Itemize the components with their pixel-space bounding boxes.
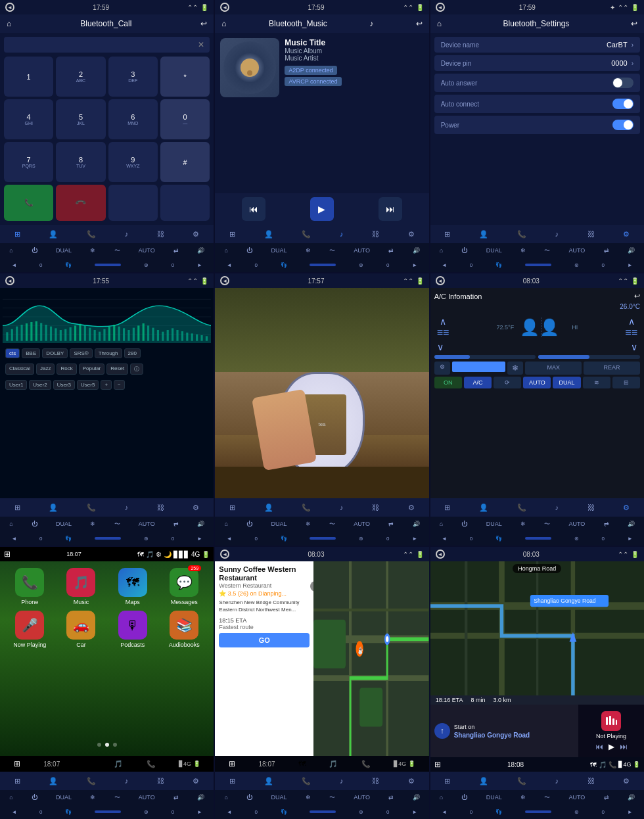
left-arrow-9[interactable]: ◄ — [442, 809, 447, 815]
setting-auto-answer[interactable]: Auto answer — [434, 74, 640, 92]
auto-btn-6[interactable]: AUTO — [568, 521, 585, 527]
carplay-bottom-map[interactable]: 🗺 — [83, 760, 91, 768]
vol-btn-7[interactable]: 🔊 — [197, 794, 204, 801]
play-button[interactable]: ▶ — [310, 197, 334, 221]
back-icon-1[interactable]: ↩ — [200, 19, 207, 28]
eq-preset-280[interactable]: 280 — [124, 348, 141, 358]
dual-btn-5[interactable]: DUAL — [271, 521, 287, 527]
home-climate-3[interactable]: ⌂ — [440, 247, 443, 254]
right-arrow-6[interactable]: ► — [628, 536, 633, 542]
eq-preset-dolby[interactable]: DOLBY — [42, 348, 68, 358]
sync-btn-6[interactable]: ⇄ — [604, 521, 609, 527]
dial-5[interactable]: 5JKL — [56, 99, 105, 139]
home-icon-1[interactable]: ⌂ — [7, 19, 11, 28]
sync-btn-9[interactable]: ⇄ — [604, 794, 609, 801]
home-climate-5[interactable]: ⌂ — [224, 521, 227, 527]
ac-gear-btn[interactable]: ⚙ — [434, 362, 450, 375]
vol-btn-1[interactable]: 🔊 — [197, 247, 204, 254]
carplay-music-8[interactable]: 🎵 — [329, 760, 338, 768]
auto-btn-2[interactable]: AUTO — [354, 247, 370, 254]
dial-2[interactable]: 2ABC — [56, 57, 105, 97]
toggle-auto-answer[interactable] — [612, 78, 633, 88]
ac-slider-right[interactable] — [538, 355, 640, 359]
nav-map-main[interactable]: Hongma Road Shangliao Gongye Road — [430, 561, 644, 695]
power-btn-4[interactable]: ⏻ — [32, 521, 37, 527]
ac-rear-btn[interactable]: REAR — [584, 362, 640, 375]
carplay-home-8[interactable]: ⊞ — [229, 759, 235, 768]
end-call-button[interactable]: 📞 — [56, 185, 105, 221]
ac-btn-5[interactable]: 〜 — [329, 520, 335, 528]
nav-user-7[interactable]: 👤 — [49, 777, 58, 785]
carplay-bottom-music[interactable]: 🎵 — [114, 760, 123, 768]
right-arrow-4[interactable]: ► — [197, 536, 202, 542]
nav-phone-icon-3[interactable]: 📞 — [517, 230, 526, 239]
nav-grid-4[interactable]: ⊞ — [14, 503, 20, 512]
fan-btn-1[interactable]: ❄ — [90, 247, 95, 254]
eq-preset-srs[interactable]: SRS® — [70, 348, 92, 358]
nav-music-6[interactable]: ♪ — [555, 503, 559, 511]
nav-grid-9[interactable]: ⊞ — [444, 777, 450, 785]
nav-settings-7[interactable]: ⚙ — [193, 777, 199, 785]
sync-btn-2[interactable]: ⇄ — [388, 247, 394, 254]
ac-defrost-btn[interactable]: ≋ — [583, 377, 610, 388]
left-arrow-7[interactable]: ◄ — [11, 809, 16, 815]
toggle-power[interactable] — [612, 120, 633, 130]
nav-phone-icon-1[interactable]: 📞 — [87, 230, 96, 239]
fan-btn-9[interactable]: ❄ — [520, 794, 526, 801]
nav-settings-icon-1[interactable]: ⚙ — [193, 230, 199, 239]
fan-down-right-icon[interactable]: ∨ — [631, 342, 637, 352]
eq-add[interactable]: + — [101, 380, 112, 390]
eq-remove[interactable]: − — [114, 380, 125, 390]
nav-grid-7[interactable]: ⊞ — [14, 777, 20, 785]
app-phone[interactable]: 📞 Phone — [7, 568, 53, 605]
vol-btn-2[interactable]: 🔊 — [413, 247, 420, 254]
ac-btn-3[interactable]: 〜 — [544, 246, 550, 255]
back-button-9[interactable]: ◄ — [436, 550, 445, 559]
nav-link-9[interactable]: ⛓ — [587, 777, 595, 785]
fan-btn-4[interactable]: ❄ — [90, 521, 95, 527]
carplay-map-9[interactable]: 🗺 — [590, 761, 597, 768]
nav-user-6[interactable]: 👤 — [479, 503, 488, 512]
nav-user-9[interactable]: 👤 — [479, 777, 488, 785]
ac-btn-8[interactable]: 〜 — [329, 793, 335, 802]
nav-user-icon-3[interactable]: 👤 — [479, 230, 488, 239]
eq-preset-cts[interactable]: cts — [5, 348, 20, 358]
ac-btn-6[interactable]: 〜 — [544, 520, 550, 528]
sync-btn-4[interactable]: ⇄ — [173, 521, 179, 527]
back-button-3[interactable]: ◄ — [436, 3, 445, 12]
nav-settings-6[interactable]: ⚙ — [623, 503, 630, 512]
nav-link-8[interactable]: ⛓ — [372, 777, 379, 785]
nav-settings-8[interactable]: ⚙ — [408, 777, 415, 785]
dial-4[interactable]: 4GHI — [4, 99, 53, 139]
nav-user-8[interactable]: 👤 — [264, 777, 273, 785]
sync-btn-8[interactable]: ⇄ — [388, 794, 394, 801]
note-icon-2[interactable]: ♪ — [369, 19, 373, 28]
power-btn-2[interactable]: ⏻ — [246, 247, 252, 254]
fan-btn-2[interactable]: ❄ — [306, 247, 311, 254]
next-button[interactable]: ⏭ — [379, 197, 402, 221]
home-climate-2[interactable]: ⌂ — [224, 247, 227, 254]
ac-dual-btn[interactable]: DUAL — [553, 377, 580, 388]
dual-btn-7[interactable]: DUAL — [56, 794, 72, 801]
back-button-2[interactable]: ◄ — [220, 3, 229, 12]
sync-btn-1[interactable]: ⇄ — [173, 247, 179, 254]
nav-user-icon-2[interactable]: 👤 — [264, 230, 273, 239]
home-climate-8[interactable]: ⌂ — [224, 794, 227, 801]
setting-device-name[interactable]: Device name CarBT › — [434, 37, 640, 53]
setting-device-pin[interactable]: Device pin 0000 › — [434, 55, 640, 71]
right-arrow-1[interactable]: ► — [197, 262, 202, 268]
home-climate-1[interactable]: ⌂ — [9, 247, 12, 254]
nav-grid-6[interactable]: ⊞ — [444, 503, 450, 512]
back-button-5[interactable]: ◄ — [220, 276, 229, 285]
nav-phone-icon-2[interactable]: 📞 — [302, 230, 311, 239]
carplay-music-icon[interactable]: 🎵 — [146, 551, 154, 558]
eq-user1[interactable]: User1 — [5, 380, 27, 390]
sync-btn-5[interactable]: ⇄ — [388, 521, 394, 527]
setting-auto-connect[interactable]: Auto connect — [434, 95, 640, 113]
nav-phone-9[interactable]: 📞 — [517, 777, 526, 785]
dual-btn-1[interactable]: DUAL — [56, 247, 72, 254]
vol-btn-6[interactable]: 🔊 — [628, 521, 635, 527]
fan-btn-7[interactable]: ❄ — [90, 794, 95, 801]
power-btn-7[interactable]: ⏻ — [32, 794, 37, 801]
fan-btn-3[interactable]: ❄ — [520, 247, 526, 254]
